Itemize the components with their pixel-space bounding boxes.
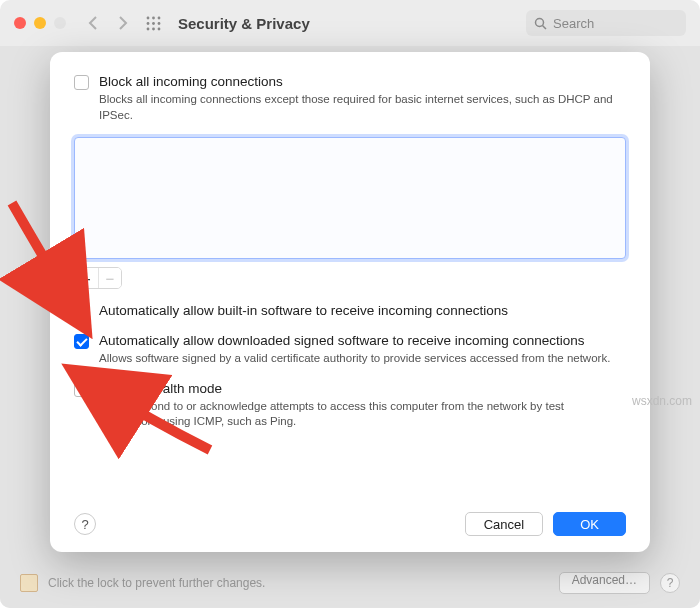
svg-point-7 [152, 27, 155, 30]
auto-builtin-row: Automatically allow built-in software to… [74, 303, 626, 319]
add-button[interactable]: + [75, 268, 98, 288]
svg-point-8 [157, 27, 160, 30]
svg-point-2 [157, 16, 160, 19]
window-title: Security & Privacy [178, 15, 518, 32]
svg-line-10 [543, 25, 547, 29]
preferences-window: Security & Privacy Search Click the lock… [0, 0, 700, 608]
block-all-checkbox[interactable] [74, 75, 89, 90]
svg-point-5 [157, 22, 160, 25]
lock-row: Click the lock to prevent further change… [20, 568, 680, 598]
sheet-footer: ? Cancel OK [74, 512, 626, 536]
remove-button: − [98, 268, 121, 288]
svg-point-6 [146, 27, 149, 30]
forward-button [112, 12, 134, 34]
lock-text: Click the lock to prevent further change… [48, 576, 265, 590]
lock-icon[interactable] [20, 574, 38, 592]
close-window-icon[interactable] [14, 17, 26, 29]
svg-point-1 [152, 16, 155, 19]
watermark: wsxdn.com [632, 394, 692, 408]
auto-downloaded-row: Automatically allow downloaded signed so… [74, 333, 626, 367]
svg-point-0 [146, 16, 149, 19]
stealth-row: Enable stealth mode Don't respond to or … [74, 381, 626, 430]
auto-builtin-label: Automatically allow built-in software to… [99, 303, 508, 318]
titlebar: Security & Privacy Search [0, 0, 700, 46]
svg-point-9 [536, 18, 544, 26]
search-placeholder: Search [553, 16, 594, 31]
block-all-label: Block all incoming connections [99, 74, 626, 89]
help-button[interactable]: ? [660, 573, 680, 593]
zoom-window-icon [54, 17, 66, 29]
block-all-description: Blocks all incoming connections except t… [99, 92, 626, 123]
block-all-row: Block all incoming connections Blocks al… [74, 74, 626, 123]
back-button[interactable] [82, 12, 104, 34]
search-icon [534, 17, 547, 30]
auto-builtin-checkbox[interactable] [74, 304, 89, 319]
svg-point-4 [152, 22, 155, 25]
auto-downloaded-label: Automatically allow downloaded signed so… [99, 333, 610, 348]
advanced-button[interactable]: Advanced… [559, 572, 650, 594]
firewall-options-sheet: Block all incoming connections Blocks al… [50, 52, 650, 552]
app-list[interactable] [74, 137, 626, 259]
cancel-button[interactable]: Cancel [465, 512, 543, 536]
add-remove-group: + − [74, 267, 122, 289]
show-all-icon[interactable] [142, 12, 164, 34]
auto-downloaded-description: Allows software signed by a valid certif… [99, 351, 610, 367]
sheet-help-button[interactable]: ? [74, 513, 96, 535]
search-input[interactable]: Search [526, 10, 686, 36]
minimize-window-icon[interactable] [34, 17, 46, 29]
stealth-label: Enable stealth mode [99, 381, 626, 396]
svg-point-3 [146, 22, 149, 25]
stealth-description: Don't respond to or acknowledge attempts… [99, 399, 626, 430]
auto-downloaded-checkbox[interactable] [74, 334, 89, 349]
window-controls [14, 17, 66, 29]
ok-button[interactable]: OK [553, 512, 626, 536]
stealth-checkbox[interactable] [74, 382, 89, 397]
